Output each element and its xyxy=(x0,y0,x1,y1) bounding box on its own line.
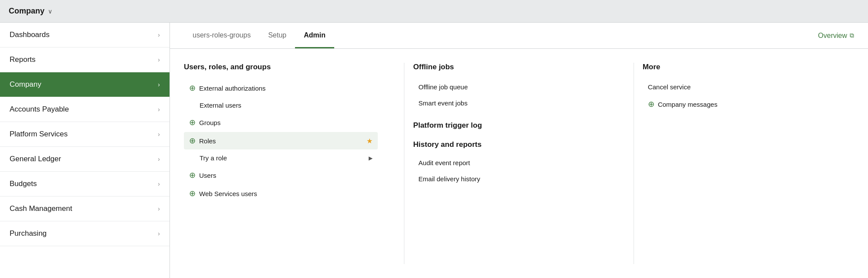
menu-item-label: Cancel service xyxy=(648,83,691,91)
chevron-right-icon: › xyxy=(158,230,160,237)
menu-item-label: Users xyxy=(199,172,216,179)
menu-item-roles[interactable]: ⊕ Roles ★ xyxy=(184,132,378,149)
chevron-down-icon: ∨ xyxy=(48,8,52,15)
chevron-right-icon: › xyxy=(158,31,160,38)
arrow-right-icon: ▶ xyxy=(369,155,373,161)
menu-item-label: External authorizations xyxy=(199,85,266,92)
sidebar-item-cash-management[interactable]: Cash Management › xyxy=(0,197,170,221)
menu-item-offline-job-queue[interactable]: Offline job queue xyxy=(413,79,607,95)
menu-column-more: More Cancel service ⊕ Company messages xyxy=(643,63,854,264)
sidebar-item-dashboards[interactable]: Dashboards › xyxy=(0,23,170,47)
overview-label: Overview xyxy=(818,32,847,40)
menu-item-label: Company messages xyxy=(658,101,718,108)
menu-item-try-a-role[interactable]: Try a role ▶ xyxy=(184,150,378,166)
section-title-more: More xyxy=(643,63,837,71)
sidebar-item-purchasing[interactable]: Purchasing › xyxy=(0,221,170,246)
sidebar-item-reports[interactable]: Reports › xyxy=(0,47,170,72)
menu-item-smart-event-jobs[interactable]: Smart event jobs xyxy=(413,95,607,111)
menu-item-users[interactable]: ⊕ Users xyxy=(184,166,378,184)
chevron-right-icon: › xyxy=(158,56,160,63)
sidebar-item-label: Company xyxy=(10,80,41,89)
plus-circle-icon: ⊕ xyxy=(189,136,196,146)
menu-item-label: Audit event report xyxy=(418,159,470,166)
sidebar-item-accounts-payable[interactable]: Accounts Payable › xyxy=(0,97,170,122)
menu-item-label: Smart event jobs xyxy=(418,99,468,107)
sidebar-item-label: Platform Services xyxy=(10,130,68,139)
chevron-right-icon: › xyxy=(158,81,160,88)
external-link-icon: ⧉ xyxy=(850,32,854,39)
sidebar-item-platform-services[interactable]: Platform Services › xyxy=(0,122,170,147)
sidebar-item-general-ledger[interactable]: General Ledger › xyxy=(0,147,170,172)
tab-setup[interactable]: Setup xyxy=(259,24,295,48)
sidebar-item-budgets[interactable]: Budgets › xyxy=(0,172,170,197)
plus-circle-icon: ⊕ xyxy=(648,99,654,109)
sidebar-item-label: Reports xyxy=(10,55,36,64)
menu-item-email-delivery-history[interactable]: Email delivery history xyxy=(413,171,607,186)
menu-column-offline-jobs: Offline jobs Offline job queue Smart eve… xyxy=(413,63,624,264)
menu-item-label: Offline job queue xyxy=(418,83,468,91)
sidebar-item-label: Cash Management xyxy=(10,204,72,213)
chevron-right-icon: › xyxy=(158,180,160,187)
chevron-right-icon: › xyxy=(158,131,160,138)
tab-all[interactable]: users-roles-groups xyxy=(184,24,259,48)
sidebar-item-label: Dashboards xyxy=(10,31,50,39)
plus-circle-icon: ⊕ xyxy=(189,189,196,198)
section-title-platform-trigger-log: Platform trigger log xyxy=(413,121,607,130)
sidebar-item-label: General Ledger xyxy=(10,155,61,163)
menu-item-label: Try a role xyxy=(200,154,227,162)
chevron-right-icon: › xyxy=(158,156,160,163)
menu-item-groups[interactable]: ⊕ Groups xyxy=(184,114,378,131)
section-title-offline-jobs: Offline jobs xyxy=(413,63,607,71)
section-title-history-and-reports: History and reports xyxy=(413,140,607,149)
menu-item-company-messages[interactable]: ⊕ Company messages xyxy=(643,95,837,113)
section-title-users-roles-groups: Users, roles, and groups xyxy=(184,63,378,71)
plus-circle-icon: ⊕ xyxy=(189,170,196,180)
sidebar: Dashboards › Reports › Company › Account… xyxy=(0,23,170,278)
menu-item-external-users[interactable]: External users xyxy=(184,98,378,113)
menu-item-external-auth[interactable]: ⊕ External authorizations xyxy=(184,79,378,97)
plus-circle-icon: ⊕ xyxy=(189,118,196,127)
column-divider-2 xyxy=(634,63,634,264)
plus-circle-icon: ⊕ xyxy=(189,83,196,93)
main-layout: Dashboards › Reports › Company › Account… xyxy=(0,23,868,278)
menu-item-label: Groups xyxy=(199,119,220,126)
sidebar-item-label: Purchasing xyxy=(10,229,47,238)
overview-link[interactable]: Overview ⧉ xyxy=(818,32,854,40)
tabs-bar: users-roles-groups Setup Admin Overview … xyxy=(170,23,868,49)
menu-item-cancel-service[interactable]: Cancel service xyxy=(643,79,837,95)
menu-item-label: Web Services users xyxy=(199,190,257,197)
star-icon: ★ xyxy=(366,137,373,145)
content-area: users-roles-groups Setup Admin Overview … xyxy=(170,23,868,278)
menu-content: Users, roles, and groups ⊕ External auth… xyxy=(170,49,868,278)
menu-item-web-services-users[interactable]: ⊕ Web Services users xyxy=(184,185,378,202)
menu-item-label: Email delivery history xyxy=(418,175,480,183)
menu-item-label: External users xyxy=(200,102,241,109)
top-bar: Company ∨ xyxy=(0,0,868,23)
tab-admin[interactable]: Admin xyxy=(295,24,334,48)
menu-item-label: Roles xyxy=(199,137,216,145)
top-bar-title: Company xyxy=(9,7,44,16)
column-divider-1 xyxy=(404,63,404,264)
chevron-right-icon: › xyxy=(158,106,160,113)
menu-column-users-roles-groups: Users, roles, and groups ⊕ External auth… xyxy=(184,63,395,264)
sidebar-item-label: Budgets xyxy=(10,180,37,188)
chevron-right-icon: › xyxy=(158,205,160,212)
sidebar-item-company[interactable]: Company › xyxy=(0,72,170,97)
menu-item-audit-event-report[interactable]: Audit event report xyxy=(413,155,607,170)
sidebar-item-label: Accounts Payable xyxy=(10,105,69,114)
